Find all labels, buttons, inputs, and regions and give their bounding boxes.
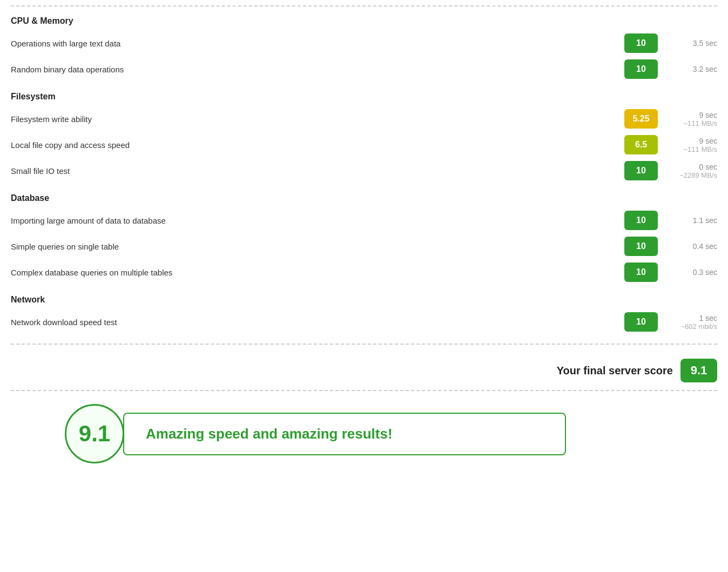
benchmark-row-database-1: Simple queries on single table100.4 sec xyxy=(11,233,717,259)
sections-container: CPU & MemoryOperations with large text d… xyxy=(11,16,717,335)
benchmark-detail: 0.4 sec xyxy=(658,242,717,251)
section-header-database: Database xyxy=(11,193,717,203)
detail-main-val: 0 sec xyxy=(664,163,717,171)
detail-main-val: 3.5 sec xyxy=(664,39,717,48)
benchmark-detail: 1.1 sec xyxy=(658,216,717,225)
benchmark-detail: 9 sec~111 MB/s xyxy=(658,111,717,127)
detail-sub-val: ~2289 MB/s xyxy=(664,171,717,179)
score-badge: 10 xyxy=(624,161,658,180)
benchmark-row-cpu-memory-0: Operations with large text data103.5 sec xyxy=(11,30,717,56)
result-summary: 9.1 Amazing speed and amazing results! xyxy=(65,404,717,463)
benchmark-label: Random binary data operations xyxy=(11,65,624,74)
benchmark-row-network-0: Network download speed test101 sec~602 m… xyxy=(11,309,717,335)
benchmark-label: Local file copy and access speed xyxy=(11,140,624,150)
benchmark-label: Simple queries on single table xyxy=(11,242,624,251)
score-badge: 6.5 xyxy=(624,135,658,154)
benchmark-row-database-2: Complex database queries on multiple tab… xyxy=(11,259,717,285)
bottom-border xyxy=(11,344,717,345)
detail-main-val: 3.2 sec xyxy=(664,65,717,73)
benchmark-label: Small file IO test xyxy=(11,166,624,176)
detail-main-val: 1.1 sec xyxy=(664,216,717,225)
score-badge: 10 xyxy=(624,263,658,282)
section-header-cpu-memory: CPU & Memory xyxy=(11,16,717,26)
result-message-box: Amazing speed and amazing results! xyxy=(123,413,566,455)
benchmark-label: Filesystem write ability xyxy=(11,115,624,124)
benchmark-row-cpu-memory-1: Random binary data operations103.2 sec xyxy=(11,56,717,82)
benchmark-row-database-0: Importing large amount of data to databa… xyxy=(11,207,717,233)
final-score-label: Your final server score xyxy=(557,365,673,377)
benchmark-row-filesystem-2: Small file IO test100 sec~2289 MB/s xyxy=(11,158,717,184)
detail-main-val: 9 sec xyxy=(664,137,717,145)
detail-main-val: 0.3 sec xyxy=(664,268,717,277)
score-badge: 10 xyxy=(624,59,658,79)
score-badge: 5.25 xyxy=(624,109,658,129)
benchmark-detail: 1 sec~602 mbit/s xyxy=(658,314,717,331)
benchmark-detail: 0 sec~2289 MB/s xyxy=(658,163,717,179)
detail-sub-val: ~111 MB/s xyxy=(664,119,717,127)
benchmark-row-filesystem-0: Filesystem write ability5.259 sec~111 MB… xyxy=(11,106,717,132)
benchmark-detail: 9 sec~111 MB/s xyxy=(658,137,717,153)
circle-score: 9.1 xyxy=(65,404,124,463)
detail-main-val: 9 sec xyxy=(664,111,717,119)
benchmark-label: Importing large amount of data to databa… xyxy=(11,216,624,225)
benchmark-detail: 0.3 sec xyxy=(658,268,717,277)
benchmark-row-filesystem-1: Local file copy and access speed6.59 sec… xyxy=(11,132,717,158)
score-badge: 10 xyxy=(624,211,658,230)
score-badge: 10 xyxy=(624,237,658,256)
detail-sub-val: ~111 MB/s xyxy=(664,145,717,153)
final-score-row: Your final server score 9.1 xyxy=(11,351,717,390)
section-header-network: Network xyxy=(11,295,717,305)
benchmark-label: Complex database queries on multiple tab… xyxy=(11,268,624,277)
top-border xyxy=(11,5,717,6)
detail-sub-val: ~602 mbit/s xyxy=(664,322,717,331)
main-container: CPU & MemoryOperations with large text d… xyxy=(0,0,728,485)
benchmark-label: Operations with large text data xyxy=(11,39,624,48)
benchmark-detail: 3.5 sec xyxy=(658,39,717,48)
score-badge: 10 xyxy=(624,33,658,53)
benchmark-label: Network download speed test xyxy=(11,318,624,327)
final-score-badge: 9.1 xyxy=(680,359,717,382)
score-badge: 10 xyxy=(624,312,658,332)
benchmark-detail: 3.2 sec xyxy=(658,65,717,73)
section-header-filesystem: Filesystem xyxy=(11,92,717,102)
bottom-section-border xyxy=(11,390,717,391)
detail-main-val: 1 sec xyxy=(664,314,717,322)
detail-main-val: 0.4 sec xyxy=(664,242,717,251)
